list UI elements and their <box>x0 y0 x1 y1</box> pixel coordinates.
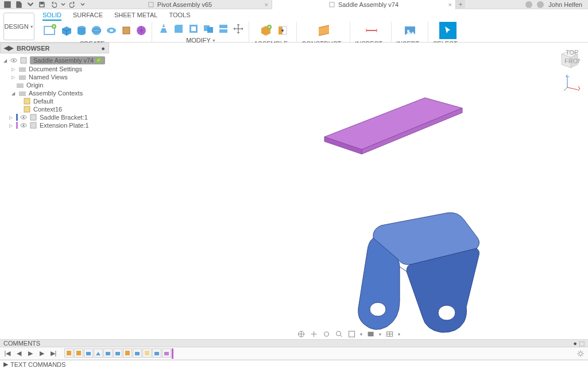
new-component-icon[interactable] <box>257 22 274 39</box>
gear-icon[interactable] <box>577 350 585 358</box>
doc-tab-saddle[interactable]: Saddle Assembly v74 × <box>272 0 456 9</box>
shell-icon[interactable] <box>187 22 200 36</box>
tree-root[interactable]: ◢ Saddle Assembly v74✓ <box>0 56 109 65</box>
svg-rect-1 <box>7 2 9 3</box>
visibility-icon[interactable] <box>10 57 17 63</box>
chevron-down-icon[interactable]: ▼ <box>397 332 401 336</box>
redo-icon[interactable] <box>69 1 77 9</box>
apps-grid-icon[interactable] <box>3 1 11 9</box>
timeline-step[interactable] <box>74 348 83 358</box>
ribbon-tab-sheetmetal[interactable]: SHEET METAL <box>114 10 157 21</box>
ribbon-tab-solid[interactable]: SOLID <box>42 10 61 21</box>
workspace-switcher[interactable]: DESIGN▼ <box>3 13 34 40</box>
insert-icon[interactable] <box>401 22 419 39</box>
close-icon[interactable]: × <box>448 1 452 8</box>
measure-icon[interactable] <box>363 22 380 39</box>
look-icon[interactable] <box>322 330 332 338</box>
chevron-down-icon[interactable]: ▼ <box>359 332 363 336</box>
svg-rect-66 <box>106 352 110 355</box>
svg-point-46 <box>23 125 25 126</box>
joint-icon[interactable] <box>276 24 289 37</box>
chevron-down-icon[interactable] <box>61 1 65 9</box>
timeline-prev-icon[interactable]: ◀ <box>15 350 23 358</box>
ribbon-tab-tools[interactable]: TOOLS <box>169 10 190 21</box>
chevron-down-icon[interactable] <box>80 1 85 9</box>
move-icon[interactable] <box>231 22 245 36</box>
text-commands-bar[interactable]: ▶TEXT COMMANDS <box>0 360 588 368</box>
browser-header[interactable]: ◀▶ BROWSER ● <box>0 43 109 53</box>
file-icon[interactable] <box>15 1 23 9</box>
timeline-play-icon[interactable]: ▶ <box>26 350 34 358</box>
svg-rect-4 <box>7 4 9 6</box>
timeline-step[interactable] <box>64 348 74 358</box>
comments-bar[interactable]: COMMENTS ● ⬚ <box>0 339 588 347</box>
timeline-step[interactable] <box>103 348 113 358</box>
tree-origin[interactable]: Origin <box>0 81 109 89</box>
timeline-step[interactable] <box>162 348 171 358</box>
timeline-step[interactable] <box>133 348 142 358</box>
timeline-marker[interactable] <box>172 348 173 359</box>
extension-plate-geometry[interactable] <box>322 92 465 155</box>
undo-icon[interactable] <box>49 1 57 9</box>
pan-icon[interactable] <box>309 330 319 338</box>
user-name[interactable]: John Helfen <box>548 1 582 8</box>
plane-icon[interactable] <box>315 22 332 39</box>
combine-icon[interactable] <box>202 22 215 36</box>
timeline-step[interactable] <box>84 348 93 358</box>
cylinder-icon[interactable] <box>75 24 88 37</box>
timeline-step[interactable] <box>123 348 132 358</box>
chevron-down-icon[interactable]: ▼ <box>378 332 382 336</box>
timeline-step[interactable] <box>152 348 161 358</box>
timeline-step[interactable] <box>142 348 152 358</box>
sphere-icon[interactable] <box>90 24 103 37</box>
tree-extension-plate[interactable]: ▷Extension Plate:1 <box>0 121 109 129</box>
axis-triad: Z X <box>564 75 580 91</box>
extensions-icon[interactable] <box>525 1 532 8</box>
box-icon[interactable] <box>60 24 74 37</box>
presspull-icon[interactable] <box>157 22 171 36</box>
saddle-bracket-geometry[interactable] <box>356 209 488 339</box>
select-icon[interactable] <box>439 22 457 39</box>
svg-point-34 <box>13 60 15 62</box>
display-mode-icon[interactable] <box>366 330 376 338</box>
new-sketch-icon[interactable] <box>41 22 59 39</box>
chevron-down-icon[interactable] <box>26 1 34 9</box>
tree-context-default[interactable]: Default <box>0 97 109 105</box>
save-icon[interactable] <box>38 1 46 9</box>
tree-assembly-contexts[interactable]: ◢Assembly Contexts <box>0 89 109 97</box>
timeline-end-icon[interactable]: ▶| <box>49 350 57 358</box>
form-icon[interactable] <box>134 24 148 37</box>
timeline-step[interactable] <box>94 348 103 358</box>
svg-rect-11 <box>330 2 334 7</box>
visibility-icon[interactable] <box>20 122 27 128</box>
notifications-icon[interactable] <box>537 1 544 8</box>
ribbon-tab-surface[interactable]: SURFACE <box>73 10 103 21</box>
browser-options-icon[interactable]: ● <box>101 45 105 52</box>
viewport[interactable]: FRONT TOP Z X <box>109 43 588 339</box>
new-tab-button[interactable]: + <box>456 0 465 9</box>
tree-named-views[interactable]: ▷Named Views <box>0 73 109 81</box>
zoom-icon[interactable] <box>334 330 345 338</box>
zoom-fit-icon[interactable] <box>347 330 357 338</box>
fillet-icon[interactable] <box>172 22 185 36</box>
timeline-step[interactable] <box>113 348 122 358</box>
tree-context-16[interactable]: Context16 <box>0 105 109 113</box>
grid-icon[interactable] <box>384 330 394 338</box>
timeline-next-icon[interactable]: ▶ <box>38 350 46 358</box>
doc-tab-pivot[interactable]: Pivot Assembly v65 × <box>88 0 272 9</box>
timeline-start-icon[interactable]: |◀ <box>3 350 11 358</box>
svg-rect-71 <box>154 352 159 355</box>
coil-icon[interactable] <box>119 24 133 37</box>
torus-icon[interactable] <box>105 24 118 37</box>
close-icon[interactable]: × <box>265 1 268 8</box>
tree-saddle-bracket[interactable]: ▷Saddle Bracket:1 <box>0 113 109 121</box>
comments-options-icon[interactable]: ● ⬚ <box>573 340 585 347</box>
split-icon[interactable] <box>216 22 230 36</box>
view-cube[interactable]: FRONT TOP <box>556 48 580 72</box>
orbit-icon[interactable] <box>296 330 307 338</box>
svg-point-15 <box>92 26 101 35</box>
tree-doc-settings[interactable]: ▷Document Settings <box>0 65 109 73</box>
collapse-icon[interactable]: ◀▶ <box>4 44 13 52</box>
doc-icon <box>329 2 335 7</box>
visibility-icon[interactable] <box>20 114 27 120</box>
